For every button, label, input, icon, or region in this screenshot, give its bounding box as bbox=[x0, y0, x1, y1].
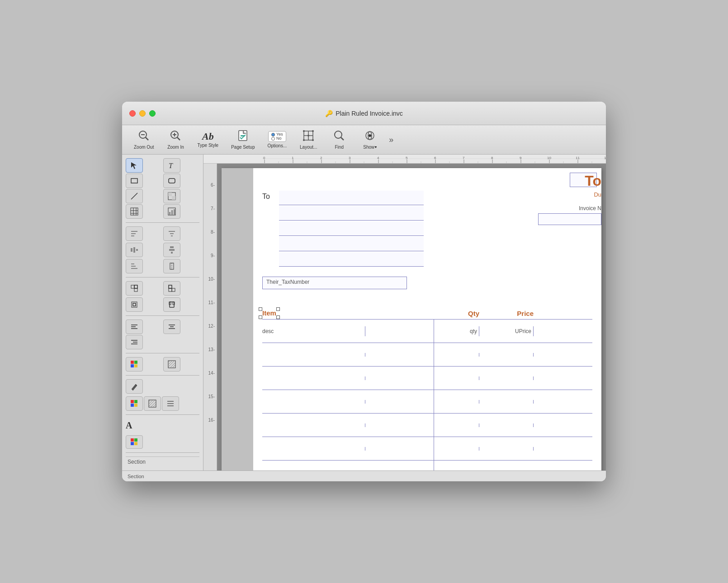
svg-point-13 bbox=[312, 130, 314, 132]
table-row-7 bbox=[262, 460, 592, 470]
svg-rect-59 bbox=[172, 288, 175, 292]
svg-rect-36 bbox=[171, 210, 173, 215]
table-section: Item Qty Price desc bbox=[262, 307, 592, 470]
to-field-2[interactable] bbox=[279, 206, 424, 221]
align-center-h[interactable] bbox=[163, 259, 180, 273]
tool-separator-1 bbox=[126, 222, 199, 223]
canvas-area[interactable]: To Their_T bbox=[217, 164, 606, 470]
pen-tool[interactable] bbox=[126, 379, 143, 394]
ungroup-tool-2[interactable] bbox=[126, 297, 143, 312]
lock-tool[interactable] bbox=[163, 297, 180, 312]
minimize-button[interactable] bbox=[139, 110, 146, 117]
pen-tool-row bbox=[126, 379, 199, 394]
color-picker-tool[interactable] bbox=[126, 435, 143, 449]
distribute-h[interactable] bbox=[126, 243, 143, 257]
table-row-1: desc qty UPrice bbox=[262, 319, 592, 343]
text-align-right[interactable] bbox=[126, 335, 143, 349]
arrow-tool[interactable] bbox=[126, 158, 143, 173]
to-field-5[interactable] bbox=[279, 252, 424, 267]
ungroup-tool[interactable] bbox=[163, 281, 180, 296]
line-num-16: 16- bbox=[208, 417, 215, 440]
find-icon bbox=[333, 130, 345, 143]
handle-bl bbox=[259, 315, 262, 319]
type-style-button[interactable]: Ab Type Style bbox=[193, 130, 223, 150]
svg-rect-44 bbox=[131, 248, 132, 252]
line-num-13: 13- bbox=[208, 346, 215, 370]
svg-point-16 bbox=[307, 135, 309, 136]
cell-amt-2 bbox=[534, 353, 592, 357]
to-field-1[interactable] bbox=[279, 191, 424, 205]
layout-button[interactable]: Layout... bbox=[295, 128, 322, 151]
svg-rect-91 bbox=[149, 400, 156, 407]
group-tool[interactable] bbox=[126, 281, 143, 296]
cell-price-7 bbox=[479, 470, 534, 471]
tool-separator-2 bbox=[126, 277, 199, 277]
cell-amt-1 bbox=[534, 329, 592, 333]
color-fill-tool[interactable] bbox=[126, 357, 143, 371]
tax-number-field[interactable]: Their_TaxNumber bbox=[262, 277, 407, 289]
column-price-header: Price bbox=[479, 310, 534, 317]
inv-field[interactable] bbox=[538, 213, 601, 225]
table-row-2 bbox=[262, 343, 592, 366]
align-bottom[interactable] bbox=[126, 259, 143, 273]
svg-rect-88 bbox=[134, 400, 137, 403]
svg-text:2: 2 bbox=[320, 156, 322, 160]
maximize-button[interactable] bbox=[149, 110, 156, 117]
lines-tool[interactable] bbox=[162, 396, 179, 411]
text-align-left[interactable] bbox=[126, 320, 143, 334]
hatch-2-tool[interactable] bbox=[144, 396, 161, 411]
text-align-grid bbox=[126, 320, 199, 349]
svg-rect-75 bbox=[131, 361, 134, 364]
more-button[interactable]: » bbox=[387, 133, 395, 146]
cell-qty-1: qty bbox=[434, 326, 479, 336]
chart-tool[interactable] bbox=[163, 204, 180, 219]
line-num-10: 10- bbox=[208, 276, 215, 299]
align-grid-3 bbox=[126, 259, 199, 273]
rectangle-tool[interactable] bbox=[126, 174, 143, 188]
title-text: Plain Ruled Invoice.invc bbox=[336, 110, 403, 117]
svg-text:8: 8 bbox=[491, 156, 493, 160]
show-button[interactable]: Show ▾ bbox=[356, 128, 383, 151]
svg-text:9: 9 bbox=[520, 156, 522, 160]
svg-rect-27 bbox=[168, 193, 172, 196]
svg-rect-103 bbox=[134, 442, 137, 445]
multi-color-tool[interactable] bbox=[126, 396, 143, 411]
cell-price-5 bbox=[479, 423, 534, 427]
svg-point-21 bbox=[369, 134, 371, 137]
image-tool[interactable] bbox=[163, 189, 180, 203]
svg-rect-29 bbox=[131, 208, 138, 215]
svg-text:T: T bbox=[169, 162, 173, 169]
zoom-in-label: Zoom In bbox=[167, 145, 184, 150]
to-field-3[interactable] bbox=[279, 221, 424, 236]
due-right: Du bbox=[594, 191, 601, 198]
color-tool-row bbox=[126, 396, 199, 411]
text-tool[interactable]: T bbox=[163, 158, 180, 173]
rounded-rect-tool[interactable] bbox=[163, 174, 180, 188]
to-fields bbox=[279, 191, 424, 268]
to-field-4[interactable] bbox=[279, 237, 424, 251]
distribute-v[interactable] bbox=[163, 243, 180, 257]
layout-icon bbox=[303, 130, 314, 143]
align-left-top[interactable] bbox=[126, 226, 143, 241]
show-label: Show bbox=[363, 145, 374, 150]
line-tool[interactable] bbox=[126, 189, 143, 203]
line-num-15: 15- bbox=[208, 393, 215, 417]
page-setup-button[interactable]: Page Setup bbox=[227, 128, 259, 151]
cell-price-6 bbox=[479, 447, 534, 451]
zoom-in-button[interactable]: Zoom In bbox=[162, 128, 189, 151]
zoom-out-button[interactable]: Zoom Out bbox=[129, 128, 158, 151]
find-button[interactable]: Find bbox=[326, 128, 353, 151]
hatch-tool[interactable] bbox=[163, 357, 180, 371]
large-text-tool[interactable]: A bbox=[126, 418, 199, 433]
cell-price-1: UPrice bbox=[479, 326, 534, 336]
align-center-top[interactable] bbox=[163, 226, 180, 241]
traffic-lights bbox=[129, 110, 156, 117]
close-button[interactable] bbox=[129, 110, 136, 117]
table-tool[interactable] bbox=[126, 204, 143, 219]
text-align-center[interactable] bbox=[163, 320, 180, 334]
table-row-5 bbox=[262, 413, 592, 437]
options-button[interactable]: Yes No Options... bbox=[263, 129, 291, 150]
svg-rect-77 bbox=[131, 364, 134, 367]
svg-text:1: 1 bbox=[292, 156, 294, 160]
cell-item-6 bbox=[262, 447, 365, 451]
